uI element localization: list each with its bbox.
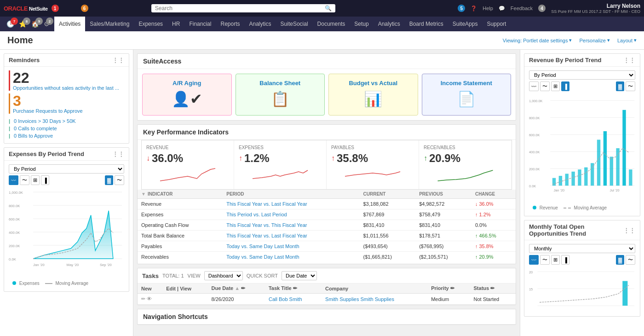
kpi-period-cashflow[interactable]: This Fiscal Year vs. This Fiscal Year xyxy=(223,220,359,231)
feedback-icon[interactable]: 💬 xyxy=(499,6,505,12)
kpi-th-previous: PREVIOUS xyxy=(415,190,472,199)
svg-text:1,000.0K: 1,000.0K xyxy=(529,99,543,103)
notifications-badge[interactable]: 5 xyxy=(458,5,465,12)
revenue-btn-line1[interactable]: 〰 xyxy=(529,81,539,91)
kpi-period-bank[interactable]: This Fiscal Year vs. Last Fiscal Year xyxy=(223,231,359,241)
portlet-date-link[interactable]: Viewing: Portlet date settings ▾ xyxy=(503,37,572,43)
expenses-legend-item1: Expenses xyxy=(12,281,40,286)
kpi-current-bank: $1,011,556 xyxy=(360,231,416,241)
history-icon[interactable]: 🕒 7 xyxy=(5,19,16,29)
oracle-logo: ORACLE NetSuite xyxy=(4,5,48,12)
chart-btn-line2[interactable]: 〜 xyxy=(20,175,29,185)
svg-rect-35 xyxy=(597,140,600,186)
opportunities-title: Monthly Total Open Opportunities Trend xyxy=(529,223,623,237)
tasks-view-select[interactable]: Dashboard xyxy=(204,271,243,280)
card-title-ar: A/R Aging xyxy=(146,80,228,87)
nav-item-boardmetrics[interactable]: Board Metrics xyxy=(405,17,448,31)
kpi-period-payables[interactable]: Today vs. Same Day Last Month xyxy=(223,241,359,252)
settings-icon[interactable]: ⚙ 2 xyxy=(42,19,52,29)
home-icon[interactable]: 🏠 9 xyxy=(29,19,41,29)
kpi-current-receivables: ($1,665,821) xyxy=(360,252,416,262)
nav-item-documents[interactable]: Documents xyxy=(313,17,350,31)
kpi-th-current: CURRENT xyxy=(360,190,416,199)
help-label[interactable]: Help xyxy=(483,6,493,11)
task-edit-icon[interactable]: ✏ xyxy=(141,296,145,301)
kpi-label-receivables: RECEIVABLES xyxy=(424,145,507,150)
search-icon[interactable]: 🔍 xyxy=(325,5,332,12)
chart-btn-bar[interactable]: ▐ xyxy=(41,175,49,185)
chart-btn-area[interactable]: ▓ xyxy=(105,175,113,185)
chart-btn-line3[interactable]: 〜 xyxy=(115,175,124,185)
nav-item-setup[interactable]: Setup xyxy=(350,17,373,31)
nav-item-sales[interactable]: Sales/Marketing xyxy=(85,17,134,31)
opp-btn-bar[interactable]: ▐ xyxy=(561,255,569,265)
layout-link[interactable]: Layout ▾ xyxy=(617,37,637,43)
task-title[interactable]: Call Bob Smith xyxy=(265,294,322,305)
access-card-ar-aging[interactable]: A/R Aging 👤✔ xyxy=(142,74,232,116)
expenses-trend-widget: Expenses By Period Trend ⋮⋮ By Period 〰 … xyxy=(4,147,129,292)
sort-icon[interactable]: ▼ xyxy=(141,191,146,197)
expenses-trend-body: By Period 〰 〜 ⊞ ▐ ▓ 〜 1,000.0K 800.0K xyxy=(4,161,129,291)
svg-text:May '20: May '20 xyxy=(67,263,79,267)
feedback-label[interactable]: Feedback xyxy=(511,6,533,11)
user-avatar-badge: 4 xyxy=(538,5,546,12)
tasks-sort-select[interactable]: Due Date xyxy=(282,271,317,280)
revenue-btn-line3[interactable]: 〜 xyxy=(626,81,635,91)
opp-btn-line3[interactable]: 〜 xyxy=(626,255,635,265)
chart-btn-table[interactable]: ⊞ xyxy=(31,175,40,185)
right-panel: Revenue By Period Trend ⋮⋮ By Period 〰 〜… xyxy=(520,50,644,336)
reminder-link-invoices[interactable]: 0 Invoices > 30 Days > 50K xyxy=(9,117,124,125)
revenue-btn-area[interactable]: ▓ xyxy=(616,81,624,91)
access-card-income[interactable]: Income Statement 📄 xyxy=(422,74,512,116)
revenue-btn-line2[interactable]: 〜 xyxy=(540,81,550,91)
card-title-bs: Balance Sheet xyxy=(240,80,321,87)
opp-btn-area[interactable]: ▓ xyxy=(616,255,624,265)
search-input[interactable] xyxy=(155,5,325,12)
reminder-link-calls[interactable]: 0 Calls to complete xyxy=(9,125,124,132)
nav-item-suiteapps[interactable]: SuiteApps xyxy=(448,17,483,31)
kpi-current-revenue: $3,188,082 xyxy=(360,199,416,209)
task-view-icon[interactable]: 👁 xyxy=(147,296,152,301)
opportunities-period-select[interactable]: Monthly xyxy=(529,244,635,253)
expenses-drag[interactable]: ⋮⋮ xyxy=(112,151,124,157)
expenses-period-select[interactable]: By Period xyxy=(9,164,124,174)
revenue-btn-table[interactable]: ⊞ xyxy=(551,81,560,91)
tasks-view-label: VIEW xyxy=(188,273,201,278)
revenue-drag[interactable]: ⋮⋮ xyxy=(623,57,635,64)
table-row: Revenue This Fiscal Year vs. Last Fiscal… xyxy=(138,199,516,209)
help-icon[interactable]: ❓ xyxy=(471,6,477,12)
reminder-label-2[interactable]: Purchase Requests to Approve xyxy=(13,108,83,114)
favorites-icon[interactable]: ⭐ 8 xyxy=(17,19,29,29)
kpi-period-receivables[interactable]: Today vs. Same Day Last Month xyxy=(223,252,359,262)
nav-item-financial[interactable]: Financial xyxy=(184,17,216,31)
kpi-period-revenue[interactable]: This Fiscal Year vs. Last Fiscal Year xyxy=(223,199,359,209)
revenue-btn-bar[interactable]: ▐ xyxy=(561,81,569,91)
access-card-budget[interactable]: Budget vs Actual 📊 xyxy=(328,74,418,116)
nav-item-expenses[interactable]: Expenses xyxy=(134,17,167,31)
revenue-period-select[interactable]: By Period xyxy=(529,70,635,80)
kpi-chart-expenses xyxy=(239,165,322,183)
tasks-title: Tasks xyxy=(142,272,159,279)
nav-item-reports[interactable]: Reports xyxy=(216,17,244,31)
task-company[interactable]: Smith Supplies Smith Supplies xyxy=(322,294,427,305)
nav-item-activities[interactable]: Activities xyxy=(54,17,85,31)
expenses-trend-header: Expenses By Period Trend ⋮⋮ xyxy=(4,148,129,161)
access-card-balance-sheet[interactable]: Balance Sheet 📋 xyxy=(236,74,325,116)
opp-btn-line2[interactable]: 〜 xyxy=(540,255,550,265)
nav-item-suitesocial[interactable]: SuiteSocial xyxy=(276,17,313,31)
opportunities-drag[interactable]: ⋮⋮ xyxy=(623,227,635,234)
kpi-period-expenses[interactable]: This Period vs. Last Period xyxy=(223,209,359,220)
nav-item-hr[interactable]: HR xyxy=(167,17,184,31)
tasks-table: New Edit | View Due Date ▲ ✏ Task Title … xyxy=(138,284,516,305)
moving-avg-dash xyxy=(45,283,52,284)
reminder-link-bills[interactable]: 0 Bills to Approve xyxy=(9,132,124,139)
opp-btn-line1[interactable]: 〰 xyxy=(529,255,539,265)
nav-item-analytics2[interactable]: Analytics xyxy=(374,17,405,31)
reminders-drag[interactable]: ⋮⋮ xyxy=(112,57,124,64)
reminder-label-1[interactable]: Opportunities without sales activity in … xyxy=(13,85,119,91)
opp-btn-table[interactable]: ⊞ xyxy=(551,255,560,265)
chart-btn-line-active[interactable]: 〰 xyxy=(9,175,18,185)
nav-item-support[interactable]: Support xyxy=(482,17,511,31)
personalize-link[interactable]: Personalize ▾ xyxy=(579,37,610,43)
nav-item-analytics1[interactable]: Analytics xyxy=(245,17,276,31)
